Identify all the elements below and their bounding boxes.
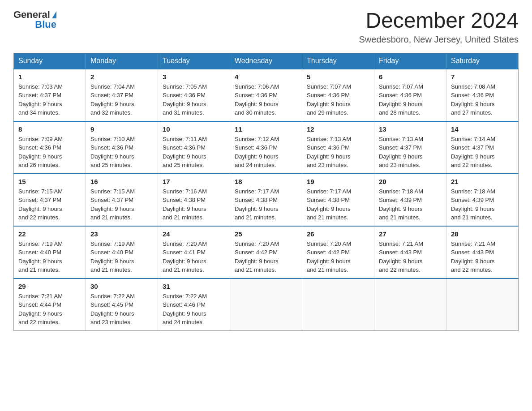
calendar-cell: 6 Sunrise: 7:07 AM Sunset: 4:36 PM Dayli… bbox=[374, 69, 446, 121]
day-number: 7 bbox=[451, 73, 514, 81]
day-info: Sunrise: 7:13 AM Sunset: 4:36 PM Dayligh… bbox=[307, 135, 369, 170]
day-number: 31 bbox=[163, 283, 225, 290]
calendar-cell: 5 Sunrise: 7:07 AM Sunset: 4:36 PM Dayli… bbox=[302, 69, 374, 121]
day-info: Sunrise: 7:15 AM Sunset: 4:37 PM Dayligh… bbox=[90, 187, 153, 222]
calendar-cell: 16 Sunrise: 7:15 AM Sunset: 4:37 PM Dayl… bbox=[86, 174, 158, 226]
header-thursday: Thursday bbox=[302, 53, 374, 69]
day-number: 27 bbox=[379, 230, 442, 238]
day-info: Sunrise: 7:04 AM Sunset: 4:37 PM Dayligh… bbox=[90, 82, 153, 117]
day-info: Sunrise: 7:07 AM Sunset: 4:36 PM Dayligh… bbox=[379, 82, 442, 117]
calendar-cell: 15 Sunrise: 7:15 AM Sunset: 4:37 PM Dayl… bbox=[14, 174, 86, 226]
day-info: Sunrise: 7:14 AM Sunset: 4:37 PM Dayligh… bbox=[451, 135, 514, 170]
day-info: Sunrise: 7:05 AM Sunset: 4:36 PM Dayligh… bbox=[163, 82, 225, 117]
header: General Blue December 2024 Swedesboro, N… bbox=[13, 9, 519, 45]
calendar-cell: 27 Sunrise: 7:21 AM Sunset: 4:43 PM Dayl… bbox=[374, 226, 446, 278]
calendar-cell bbox=[446, 278, 519, 331]
calendar-cell: 23 Sunrise: 7:19 AM Sunset: 4:40 PM Dayl… bbox=[86, 226, 158, 278]
calendar-cell: 30 Sunrise: 7:22 AM Sunset: 4:45 PM Dayl… bbox=[86, 278, 158, 331]
calendar-cell bbox=[374, 278, 446, 331]
calendar-cell: 19 Sunrise: 7:17 AM Sunset: 4:38 PM Dayl… bbox=[302, 174, 374, 226]
calendar-cell: 4 Sunrise: 7:06 AM Sunset: 4:36 PM Dayli… bbox=[230, 69, 302, 121]
day-number: 13 bbox=[379, 125, 442, 133]
day-number: 12 bbox=[307, 125, 369, 133]
calendar-table: SundayMondayTuesdayWednesdayThursdayFrid… bbox=[13, 53, 519, 331]
day-number: 18 bbox=[235, 178, 297, 185]
week-row-1: 1 Sunrise: 7:03 AM Sunset: 4:37 PM Dayli… bbox=[14, 69, 519, 121]
location-title: Swedesboro, New Jersey, United States bbox=[359, 34, 519, 45]
day-info: Sunrise: 7:20 AM Sunset: 4:41 PM Dayligh… bbox=[163, 240, 225, 274]
week-row-4: 22 Sunrise: 7:19 AM Sunset: 4:40 PM Dayl… bbox=[14, 226, 519, 278]
day-info: Sunrise: 7:19 AM Sunset: 4:40 PM Dayligh… bbox=[90, 240, 153, 274]
day-info: Sunrise: 7:13 AM Sunset: 4:37 PM Dayligh… bbox=[379, 135, 442, 170]
day-info: Sunrise: 7:21 AM Sunset: 4:44 PM Dayligh… bbox=[18, 292, 81, 327]
day-number: 10 bbox=[163, 125, 225, 133]
day-info: Sunrise: 7:03 AM Sunset: 4:37 PM Dayligh… bbox=[18, 82, 81, 117]
logo-blue: Blue bbox=[35, 19, 56, 30]
day-number: 2 bbox=[90, 73, 153, 81]
day-info: Sunrise: 7:20 AM Sunset: 4:42 PM Dayligh… bbox=[235, 240, 297, 274]
header-monday: Monday bbox=[86, 53, 158, 69]
day-info: Sunrise: 7:10 AM Sunset: 4:36 PM Dayligh… bbox=[90, 135, 153, 170]
day-number: 5 bbox=[307, 73, 369, 81]
calendar-cell bbox=[302, 278, 374, 331]
calendar-cell bbox=[230, 278, 302, 331]
header-saturday: Saturday bbox=[446, 53, 519, 69]
day-number: 23 bbox=[90, 230, 153, 238]
header-wednesday: Wednesday bbox=[230, 53, 302, 69]
week-row-5: 29 Sunrise: 7:21 AM Sunset: 4:44 PM Dayl… bbox=[14, 278, 519, 331]
calendar-cell: 2 Sunrise: 7:04 AM Sunset: 4:37 PM Dayli… bbox=[86, 69, 158, 121]
calendar-cell: 9 Sunrise: 7:10 AM Sunset: 4:36 PM Dayli… bbox=[86, 121, 158, 174]
day-number: 6 bbox=[379, 73, 442, 81]
day-info: Sunrise: 7:12 AM Sunset: 4:36 PM Dayligh… bbox=[235, 135, 297, 170]
day-info: Sunrise: 7:09 AM Sunset: 4:36 PM Dayligh… bbox=[18, 135, 81, 170]
calendar-cell: 26 Sunrise: 7:20 AM Sunset: 4:42 PM Dayl… bbox=[302, 226, 374, 278]
day-number: 8 bbox=[18, 125, 81, 133]
day-number: 22 bbox=[18, 230, 81, 238]
day-number: 19 bbox=[307, 178, 369, 185]
calendar-cell: 28 Sunrise: 7:21 AM Sunset: 4:43 PM Dayl… bbox=[446, 226, 519, 278]
day-info: Sunrise: 7:22 AM Sunset: 4:45 PM Dayligh… bbox=[90, 292, 153, 327]
week-row-3: 15 Sunrise: 7:15 AM Sunset: 4:37 PM Dayl… bbox=[14, 174, 519, 226]
header-sunday: Sunday bbox=[14, 53, 86, 69]
calendar-cell: 18 Sunrise: 7:17 AM Sunset: 4:38 PM Dayl… bbox=[230, 174, 302, 226]
day-info: Sunrise: 7:15 AM Sunset: 4:37 PM Dayligh… bbox=[18, 187, 81, 222]
day-info: Sunrise: 7:08 AM Sunset: 4:36 PM Dayligh… bbox=[451, 82, 514, 117]
calendar-cell: 1 Sunrise: 7:03 AM Sunset: 4:37 PM Dayli… bbox=[14, 69, 86, 121]
calendar-cell: 31 Sunrise: 7:22 AM Sunset: 4:46 PM Dayl… bbox=[158, 278, 230, 331]
day-number: 26 bbox=[307, 230, 369, 238]
day-number: 24 bbox=[163, 230, 225, 238]
day-number: 30 bbox=[90, 283, 153, 290]
calendar-cell: 25 Sunrise: 7:20 AM Sunset: 4:42 PM Dayl… bbox=[230, 226, 302, 278]
calendar-cell: 3 Sunrise: 7:05 AM Sunset: 4:36 PM Dayli… bbox=[158, 69, 230, 121]
calendar-cell: 7 Sunrise: 7:08 AM Sunset: 4:36 PM Dayli… bbox=[446, 69, 519, 121]
day-number: 25 bbox=[235, 230, 297, 238]
day-info: Sunrise: 7:17 AM Sunset: 4:38 PM Dayligh… bbox=[235, 187, 297, 222]
calendar-cell: 14 Sunrise: 7:14 AM Sunset: 4:37 PM Dayl… bbox=[446, 121, 519, 174]
day-number: 20 bbox=[379, 178, 442, 185]
day-info: Sunrise: 7:22 AM Sunset: 4:46 PM Dayligh… bbox=[163, 292, 225, 327]
calendar-cell: 12 Sunrise: 7:13 AM Sunset: 4:36 PM Dayl… bbox=[302, 121, 374, 174]
day-number: 15 bbox=[18, 178, 81, 185]
day-number: 21 bbox=[451, 178, 514, 185]
month-title: December 2024 bbox=[359, 9, 519, 33]
title-area: December 2024 Swedesboro, New Jersey, Un… bbox=[359, 9, 519, 45]
week-row-2: 8 Sunrise: 7:09 AM Sunset: 4:36 PM Dayli… bbox=[14, 121, 519, 174]
day-number: 29 bbox=[18, 283, 81, 290]
header-friday: Friday bbox=[374, 53, 446, 69]
day-info: Sunrise: 7:17 AM Sunset: 4:38 PM Dayligh… bbox=[307, 187, 369, 222]
calendar-cell: 13 Sunrise: 7:13 AM Sunset: 4:37 PM Dayl… bbox=[374, 121, 446, 174]
header-tuesday: Tuesday bbox=[158, 53, 230, 69]
calendar-cell: 22 Sunrise: 7:19 AM Sunset: 4:40 PM Dayl… bbox=[14, 226, 86, 278]
day-info: Sunrise: 7:11 AM Sunset: 4:36 PM Dayligh… bbox=[163, 135, 225, 170]
day-number: 28 bbox=[451, 230, 514, 238]
calendar-cell: 11 Sunrise: 7:12 AM Sunset: 4:36 PM Dayl… bbox=[230, 121, 302, 174]
day-number: 1 bbox=[18, 73, 81, 81]
calendar-cell: 10 Sunrise: 7:11 AM Sunset: 4:36 PM Dayl… bbox=[158, 121, 230, 174]
day-info: Sunrise: 7:06 AM Sunset: 4:36 PM Dayligh… bbox=[235, 82, 297, 117]
day-info: Sunrise: 7:16 AM Sunset: 4:38 PM Dayligh… bbox=[163, 187, 225, 222]
day-info: Sunrise: 7:19 AM Sunset: 4:40 PM Dayligh… bbox=[18, 240, 81, 274]
day-info: Sunrise: 7:21 AM Sunset: 4:43 PM Dayligh… bbox=[451, 240, 514, 274]
day-number: 11 bbox=[235, 125, 297, 133]
day-info: Sunrise: 7:18 AM Sunset: 4:39 PM Dayligh… bbox=[379, 187, 442, 222]
calendar-cell: 17 Sunrise: 7:16 AM Sunset: 4:38 PM Dayl… bbox=[158, 174, 230, 226]
